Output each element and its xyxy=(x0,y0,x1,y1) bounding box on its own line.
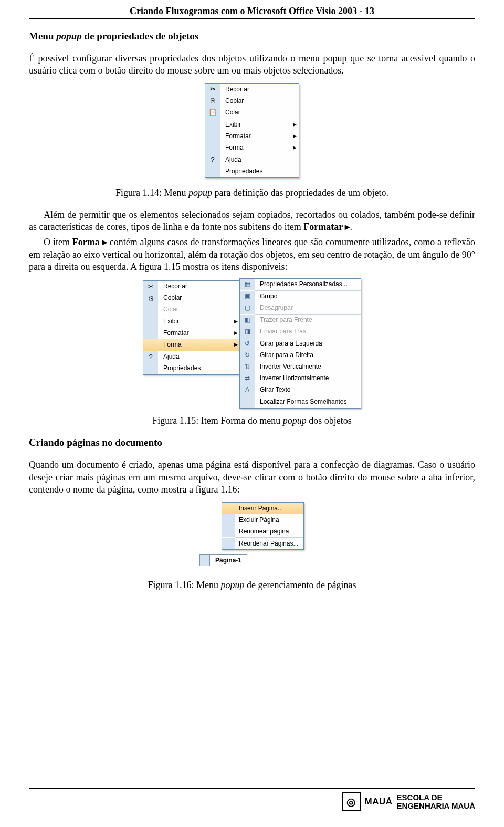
menu-item-label: Formatar xyxy=(158,329,232,338)
menu-item[interactable]: Colar xyxy=(143,304,240,316)
page-menu-item[interactable]: Reordenar Páginas... xyxy=(222,538,303,549)
figure-1-14-caption: Figura 1.14: Menu popup para definição d… xyxy=(29,187,475,199)
submenu-item-icon: ⇄ xyxy=(240,373,255,384)
header-rule xyxy=(29,18,475,19)
submenu-arrow-icon: ▶ xyxy=(232,330,240,337)
cut-icon: ✂ xyxy=(143,281,158,292)
copy-icon: ⎘ xyxy=(143,292,158,304)
page-menu-item[interactable]: Excluir Página xyxy=(222,514,303,526)
menu-item[interactable]: Exibir▶ xyxy=(143,316,240,328)
page-menu-item[interactable]: Renomear página xyxy=(222,526,303,537)
figure-1-15-caption: Figura 1.15: Item Forma do menu popup do… xyxy=(29,415,475,427)
page-menu-item-label: Inserir Página... xyxy=(235,505,303,513)
menu-item[interactable]: ⎘Copiar xyxy=(205,96,299,107)
menu-item[interactable]: Propriedades xyxy=(143,363,240,374)
menu-item-label: Colar xyxy=(158,306,240,314)
help-icon: ? xyxy=(205,154,220,166)
figure-1-15: ✂Recortar⎘CopiarColarExibir▶Formatar▶For… xyxy=(29,280,475,409)
cut-icon: ✂ xyxy=(205,84,220,96)
menu-item[interactable]: ✂Recortar xyxy=(205,84,299,96)
submenu-item[interactable]: AGirar Texto xyxy=(240,384,361,396)
menu-item-label: Copiar xyxy=(220,97,299,106)
menu-item[interactable]: Exibir▶ xyxy=(205,119,299,131)
submenu-item-label: Inverter Verticalmente xyxy=(255,363,361,371)
menu-item[interactable]: ?Ajuda xyxy=(143,351,240,363)
menu-item-label: Forma xyxy=(220,144,290,152)
submenu-item[interactable]: ↻Girar para a Direita xyxy=(240,350,361,361)
menu-item[interactable]: ✂Recortar xyxy=(143,281,240,292)
submenu-item-label: Propriedades Personalizadas... xyxy=(255,280,361,289)
maua-logo-icon: ◎ xyxy=(342,792,361,811)
forma-submenu[interactable]: ▦Propriedades Personalizadas...▣Grupo▢De… xyxy=(239,278,361,409)
submenu-item[interactable]: ◨Enviar para Trás xyxy=(240,326,361,338)
menu-item-label: Recortar xyxy=(158,282,240,291)
submenu-item-icon xyxy=(240,396,255,408)
menu-item-label: Forma xyxy=(158,341,232,349)
submenu-item[interactable]: ▣Grupo xyxy=(240,291,361,302)
submenu-item-label: Localizar Formas Semelhantes xyxy=(255,398,361,406)
menu-item-label: Ajuda xyxy=(158,353,240,361)
submenu-item-icon: ▢ xyxy=(240,302,255,314)
submenu-item-label: Trazer para Frente xyxy=(255,316,361,324)
submenu-item[interactable]: ⇄Inverter Horizontalmente xyxy=(240,373,361,384)
submenu-arrow-icon: ▶ xyxy=(290,145,299,151)
submenu-item-icon: ◨ xyxy=(240,326,255,338)
tab-nav-handle[interactable] xyxy=(200,554,209,566)
menu-item-label: Formatar xyxy=(220,132,290,141)
submenu-item[interactable]: ⇅Inverter Verticalmente xyxy=(240,361,361,373)
menu-item-label: Copiar xyxy=(158,294,240,302)
submenu-item[interactable]: Localizar Formas Semelhantes xyxy=(240,396,361,408)
menu-item[interactable]: Forma▶ xyxy=(205,142,299,154)
submenu-item-icon: ⇅ xyxy=(240,361,255,373)
menu-item[interactable]: Formatar▶ xyxy=(205,131,299,142)
menu-item[interactable]: Propriedades xyxy=(205,166,299,177)
page-tab[interactable]: Página-1 xyxy=(200,554,247,566)
submenu-item-label: Inverter Horizontalmente xyxy=(255,374,361,383)
submenu-item-icon: A xyxy=(240,384,255,396)
copy-icon: ⎘ xyxy=(205,96,220,107)
submenu-arrow-icon: ▶ xyxy=(232,319,240,325)
submenu-item-label: Desagrupar xyxy=(255,304,361,312)
menu-item[interactable]: ⎘Copiar xyxy=(143,292,240,304)
page-tab-label[interactable]: Página-1 xyxy=(209,554,247,566)
submenu-item[interactable]: ▢Desagrupar xyxy=(240,302,361,314)
submenu-item-label: Girar para a Esquerda xyxy=(255,340,361,348)
submenu-item[interactable]: ▦Propriedades Personalizadas... xyxy=(240,279,361,290)
context-menu[interactable]: ✂Recortar⎘CopiarColarExibir▶Formatar▶For… xyxy=(143,280,240,375)
submenu-item[interactable]: ◧Trazer para Frente xyxy=(240,315,361,326)
heading-menu-popup-propriedades: Menu popup de propriedades de objetos xyxy=(29,30,475,43)
menu-item-label: Exibir xyxy=(220,121,290,129)
paste-icon: 📋 xyxy=(205,107,220,119)
page-context-menu[interactable]: Inserir Página...Excluir PáginaRenomear … xyxy=(222,502,304,550)
menu-item-label: Propriedades xyxy=(220,168,299,176)
paragraph-formatar: Além de permitir que os elementos seleci… xyxy=(29,209,475,234)
menu-item-label: Ajuda xyxy=(220,156,299,164)
figure-1-16: Inserir Página...Excluir PáginaRenomear … xyxy=(29,502,475,572)
page-menu-item-label: Renomear página xyxy=(235,528,303,536)
submenu-item-icon: ↺ xyxy=(240,338,255,350)
menu-item[interactable]: Forma▶ xyxy=(143,339,240,351)
context-menu[interactable]: ✂Recortar⎘Copiar📋ColarExibir▶Formatar▶Fo… xyxy=(205,83,299,178)
menu-item-label: Propriedades xyxy=(158,364,240,373)
submenu-item-label: Grupo xyxy=(255,292,361,301)
submenu-item-label: Girar para a Direita xyxy=(255,351,361,360)
submenu-item-icon: ▦ xyxy=(240,279,255,290)
page-menu-item[interactable]: Inserir Página... xyxy=(222,503,303,514)
submenu-item-label: Girar Texto xyxy=(255,386,361,394)
menu-item-label: Exibir xyxy=(158,318,232,326)
page-menu-item-label: Excluir Página xyxy=(235,516,303,525)
menu-item[interactable]: Formatar▶ xyxy=(143,328,240,339)
submenu-item[interactable]: ↺Girar para a Esquerda xyxy=(240,338,361,350)
figure-1-16-caption: Figura 1.16: Menu popup de gerenciamento… xyxy=(29,579,475,591)
submenu-item-icon: ◧ xyxy=(240,315,255,326)
submenu-arrow-icon: ▶ xyxy=(290,122,299,128)
footer-school-name: ESCOLA DE ENGENHARIA MAUÁ xyxy=(397,793,475,810)
submenu-item-icon: ▣ xyxy=(240,291,255,302)
figure-1-14: ✂Recortar⎘Copiar📋ColarExibir▶Formatar▶Fo… xyxy=(29,83,475,181)
menu-item[interactable]: 📋Colar xyxy=(205,107,299,119)
page-menu-item-label: Reordenar Páginas... xyxy=(235,540,303,548)
page-footer: ◎ MAUÁ ESCOLA DE ENGENHARIA MAUÁ xyxy=(29,788,475,811)
menu-item[interactable]: ?Ajuda xyxy=(205,154,299,166)
heading-criando-paginas: Criando páginas no documento xyxy=(29,436,475,449)
page-running-header: Criando Fluxogramas com o Microsoft Offi… xyxy=(29,5,475,17)
